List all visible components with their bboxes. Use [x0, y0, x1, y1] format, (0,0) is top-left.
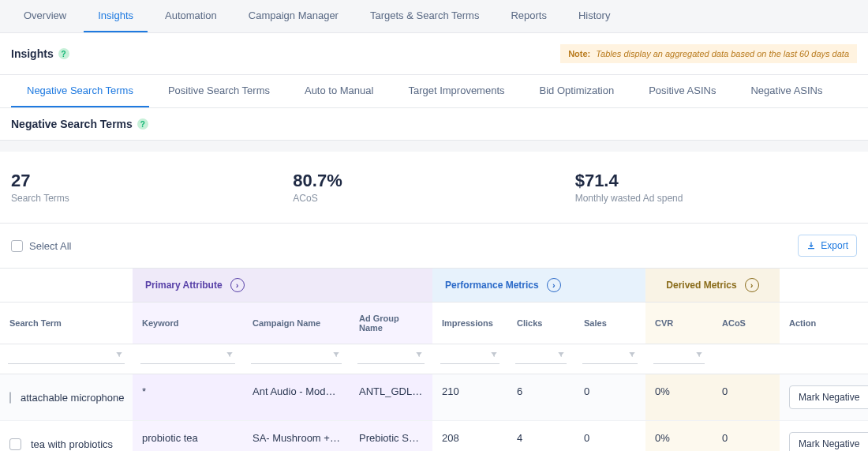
- topnav-item-insights[interactable]: Insights: [84, 0, 148, 32]
- section-header: Negative Search Terms ?: [0, 108, 868, 141]
- filter-icon[interactable]: [415, 351, 423, 359]
- cell-campaign: SA- Mushroom + Prebiotic …: [243, 421, 350, 451]
- filter-icon[interactable]: [226, 351, 234, 359]
- col-adgroup[interactable]: Ad Group Name: [350, 303, 432, 344]
- col-cvr[interactable]: CVR: [645, 303, 713, 344]
- col-clicks[interactable]: Clicks: [507, 303, 574, 344]
- col-acos[interactable]: ACoS: [713, 303, 780, 344]
- filter-impressions: [432, 344, 507, 374]
- col-keyword[interactable]: Keyword: [133, 303, 243, 344]
- kpi-value: $71.4: [575, 171, 857, 191]
- filter-icon[interactable]: [115, 351, 123, 359]
- col-impressions[interactable]: Impressions: [432, 303, 507, 344]
- select-all-checkbox[interactable]: [11, 240, 23, 252]
- filter-keyword: [133, 344, 243, 374]
- col-campaign[interactable]: Campaign Name: [243, 303, 350, 344]
- filter-search-term-input[interactable]: [8, 349, 125, 364]
- col-sales-label: Sales: [584, 318, 607, 328]
- select-all[interactable]: Select All: [11, 240, 71, 252]
- subnav-item-target-improvements[interactable]: Target Improvements: [392, 75, 520, 107]
- filter-cvr: [645, 344, 713, 374]
- cell-keyword: *: [133, 374, 243, 421]
- group-primary-label: Primary Attribute: [145, 280, 223, 291]
- top-nav: OverviewInsightsAutomationCampaign Manag…: [0, 0, 868, 33]
- mark-negative-button[interactable]: Mark Negative: [789, 432, 868, 451]
- table: Primary Attribute › Performance Metrics …: [0, 269, 868, 451]
- col-acos-label: ACoS: [722, 318, 746, 328]
- col-cvr-label: CVR: [655, 318, 673, 328]
- filter-clicks: [507, 344, 574, 374]
- group-performance[interactable]: Performance Metrics ›: [432, 269, 645, 303]
- mark-negative-button[interactable]: Mark Negative: [789, 385, 868, 409]
- note-label: Note:: [568, 49, 590, 58]
- select-all-label: Select All: [29, 240, 71, 252]
- subnav-item-auto-to-manual[interactable]: Auto to Manual: [289, 75, 389, 107]
- export-button[interactable]: Export: [798, 235, 857, 257]
- filter-acos: [713, 344, 780, 374]
- filter-icon[interactable]: [490, 351, 498, 359]
- filter-search-term: [0, 344, 133, 374]
- group-action-spacer: [780, 269, 868, 303]
- row-checkbox[interactable]: [9, 392, 11, 404]
- topnav-item-targets-search-terms[interactable]: Targets & Search Terms: [356, 0, 493, 32]
- topnav-item-overview[interactable]: Overview: [9, 0, 80, 32]
- cell-campaign: Ant Audio - ModMic Wirele…: [243, 374, 350, 421]
- export-label: Export: [821, 240, 848, 251]
- filter-keyword-input[interactable]: [140, 349, 235, 364]
- col-sales[interactable]: Sales: [574, 303, 645, 344]
- filter-icon[interactable]: [557, 351, 565, 359]
- group-derived[interactable]: Derived Metrics ›: [645, 269, 780, 303]
- col-campaign-label: Campaign Name: [253, 318, 320, 328]
- info-icon[interactable]: ?: [58, 48, 69, 59]
- page-header: Insights ? Note: Tables display an aggre…: [0, 33, 868, 75]
- topnav-item-automation[interactable]: Automation: [151, 0, 231, 32]
- kpi-search-terms: 27Search Terms: [11, 171, 293, 204]
- cell-impressions: 208: [432, 421, 507, 451]
- kpi-label: Monthly wasted Ad spend: [575, 193, 857, 204]
- subnav-item-positive-search-terms[interactable]: Positive Search Terms: [152, 75, 286, 107]
- kpi-acos: 80.7%ACoS: [293, 171, 574, 204]
- topnav-item-reports[interactable]: Reports: [496, 0, 561, 32]
- group-performance-label: Performance Metrics: [445, 280, 539, 291]
- subnav-item-negative-asins[interactable]: Negative ASINs: [735, 75, 838, 107]
- subnav-item-positive-asins[interactable]: Positive ASINs: [633, 75, 731, 107]
- chevron-right-icon: ›: [230, 278, 245, 292]
- download-icon: [806, 241, 816, 250]
- kpi-value: 27: [11, 171, 293, 191]
- cell-sales: 0: [574, 374, 645, 421]
- subnav-item-negative-search-terms[interactable]: Negative Search Terms: [11, 75, 149, 107]
- kpi-monthly-wasted-ad-spend: $71.4Monthly wasted Ad spend: [575, 171, 857, 204]
- group-spacer: [0, 269, 133, 303]
- cell-search_term: tea with probiotics: [0, 421, 133, 451]
- col-keyword-label: Keyword: [142, 318, 178, 328]
- cell-keyword: probiotic tea: [133, 421, 243, 451]
- cell-action: Mark Negative: [780, 421, 868, 451]
- group-derived-label: Derived Metrics: [666, 280, 736, 291]
- cell-text: attachable microphone: [21, 392, 125, 404]
- cell-impressions: 210: [432, 374, 507, 421]
- filter-icon[interactable]: [332, 351, 340, 359]
- subnav-item-bid-optimization[interactable]: Bid Optimization: [524, 75, 630, 107]
- info-icon[interactable]: ?: [137, 118, 148, 130]
- cell-adgroup: Prebiotic SuperBo…: [350, 421, 432, 451]
- col-action-label: Action: [789, 318, 816, 328]
- filter-campaign-input[interactable]: [251, 349, 342, 364]
- table-controls: Select All Export: [0, 224, 868, 269]
- cell-action: Mark Negative: [780, 374, 868, 421]
- cell-text: tea with probiotics: [31, 438, 113, 450]
- group-primary[interactable]: Primary Attribute ›: [133, 269, 432, 303]
- note-text: Tables display an aggregated data based …: [596, 49, 849, 58]
- topnav-item-campaign-manager[interactable]: Campaign Manager: [234, 0, 353, 32]
- filter-adgroup: [350, 344, 432, 374]
- page-title: Insights: [11, 47, 54, 60]
- filter-icon[interactable]: [695, 351, 703, 359]
- cell-acos: 0: [713, 374, 780, 421]
- col-action: Action: [780, 303, 868, 344]
- filter-icon[interactable]: [628, 351, 636, 359]
- col-search-term[interactable]: Search Term: [0, 303, 133, 344]
- kpi-label: ACoS: [293, 193, 574, 204]
- cell-sales: 0: [574, 421, 645, 451]
- row-checkbox[interactable]: [9, 438, 21, 450]
- topnav-item-history[interactable]: History: [564, 0, 624, 32]
- kpi-value: 80.7%: [293, 171, 574, 191]
